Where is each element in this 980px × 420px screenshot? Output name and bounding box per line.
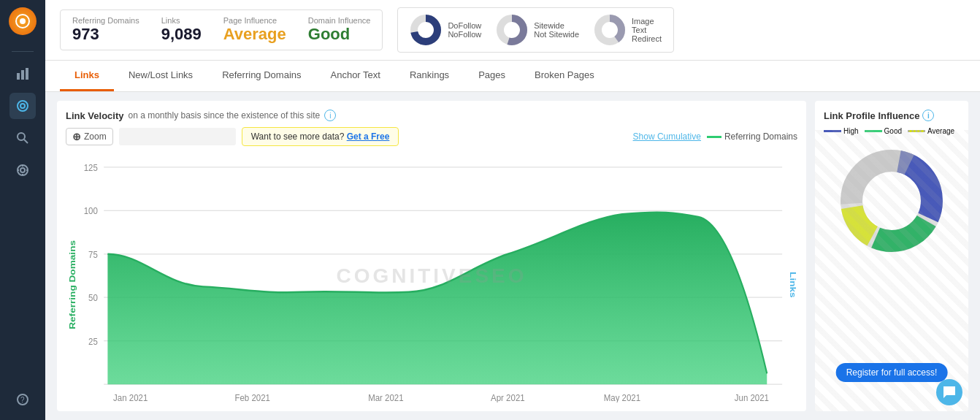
svg-text:Jan 2021: Jan 2021: [113, 392, 148, 402]
links-stat: Links 9,089: [161, 16, 202, 44]
svg-line-8: [24, 140, 28, 143]
text-label: Text: [632, 26, 662, 34]
tab-new-lost-links[interactable]: New/Lost Links: [114, 61, 207, 91]
svg-text:50: 50: [88, 292, 98, 303]
svg-rect-3: [21, 70, 24, 80]
content-area: Link Velocity on a monthly basis since t…: [45, 92, 980, 420]
image-labels: Image Text Redirect: [632, 17, 662, 43]
sitewide-chart: [496, 14, 528, 46]
svg-text:Jun 2021: Jun 2021: [735, 392, 769, 402]
tab-pages[interactable]: Pages: [464, 61, 520, 91]
svg-text:25: 25: [88, 336, 98, 347]
legend-good: Good: [865, 127, 902, 135]
svg-point-6: [20, 104, 25, 108]
svg-text:100: 100: [84, 205, 98, 216]
svg-point-5: [18, 101, 28, 111]
sidebar-item-help[interactable]: ?: [9, 386, 36, 413]
metrics-group: Referring Domains 973 Links 9,089 Page I…: [60, 9, 383, 50]
sidebar: ?: [0, 0, 45, 420]
image-donut: Image Text Redirect: [594, 14, 662, 46]
svg-text:Apr 2021: Apr 2021: [491, 392, 525, 402]
svg-text:?: ?: [20, 396, 25, 404]
redirect-label: Redirect: [632, 34, 662, 43]
links-value: 9,089: [161, 25, 202, 44]
tab-anchor-text[interactable]: Anchor Text: [316, 61, 395, 91]
chart-header: Link Velocity on a monthly basis since t…: [66, 110, 797, 121]
svg-point-10: [20, 168, 25, 172]
good-line: [865, 130, 882, 132]
page-influence-stat: Page Influence Average: [223, 16, 286, 44]
right-panel: Link Profile Influence i High Good Avera…: [815, 101, 968, 411]
svg-text:Links: Links: [788, 272, 797, 298]
right-panel-title-text: Link Profile Influence: [824, 110, 919, 121]
sidebar-bottom: ?: [9, 386, 36, 413]
zoom-button[interactable]: ⊕ Zoom: [66, 128, 113, 145]
svg-text:125: 125: [84, 162, 98, 173]
register-button[interactable]: Register for full access!: [836, 363, 948, 382]
tab-referring-domains[interactable]: Referring Domains: [207, 61, 315, 91]
svg-rect-4: [26, 68, 28, 80]
legend-high: High: [824, 127, 859, 135]
sidebar-item-barchart[interactable]: [9, 61, 36, 87]
referring-domains-value: 973: [72, 25, 139, 44]
donut-group: DoFollow NoFollow Sitewide Not Sitewide: [397, 7, 674, 53]
dofollow-chart: [410, 14, 442, 46]
sidebar-item-search[interactable]: [9, 125, 36, 151]
sitewide-label: Sitewide: [534, 21, 579, 30]
right-panel-info-icon[interactable]: i: [922, 110, 934, 121]
avg-label: Average: [927, 127, 954, 135]
svg-text:Mar 2021: Mar 2021: [368, 392, 403, 402]
svg-text:Feb 2021: Feb 2021: [234, 392, 269, 402]
dofollow-labels: DoFollow NoFollow: [448, 21, 481, 39]
referring-domains-stat: Referring Domains 973: [72, 16, 139, 44]
tab-rankings[interactable]: Rankings: [395, 61, 464, 91]
show-cumulative-button[interactable]: Show Cumulative: [633, 131, 701, 142]
image-chart: [594, 14, 626, 46]
referring-domains-label: Referring Domains: [72, 16, 139, 25]
tab-broken-pages[interactable]: Broken Pages: [520, 61, 609, 91]
svg-text:May 2021: May 2021: [604, 392, 640, 402]
links-label: Links: [161, 16, 202, 25]
nav-tabs: Links New/Lost Links Referring Domains A…: [45, 61, 980, 92]
tab-links[interactable]: Links: [60, 61, 114, 91]
chat-bubble-button[interactable]: [936, 379, 962, 405]
chart-subtitle: on a monthly basis since the existence o…: [128, 110, 320, 121]
good-label: Good: [884, 127, 902, 135]
chart-area: [107, 213, 767, 385]
domain-influence-value: Good: [308, 25, 371, 44]
svg-text:Referring Domains: Referring Domains: [68, 240, 77, 329]
sidebar-item-links[interactable]: [9, 93, 36, 119]
sitewide-donut: Sitewide Not Sitewide: [496, 14, 579, 46]
dofollow-donut: DoFollow NoFollow: [410, 14, 481, 46]
url-input-blurred: [119, 128, 236, 145]
promo-cta[interactable]: Get a Free: [347, 131, 390, 142]
main-content: Referring Domains 973 Links 9,089 Page I…: [45, 0, 980, 420]
promo-banner: Want to see more data? Get a Free: [242, 127, 399, 146]
domain-influence-stat: Domain Influence Good: [308, 16, 371, 44]
not-sitewide-label: Not Sitewide: [534, 30, 579, 39]
app-logo[interactable]: [9, 7, 37, 35]
dofollow-label: DoFollow: [448, 21, 481, 30]
sitewide-labels: Sitewide Not Sitewide: [534, 21, 579, 39]
svg-point-9: [18, 165, 28, 175]
chart-title: Link Velocity: [66, 110, 123, 121]
nofollow-label: NoFollow: [448, 30, 481, 39]
zoom-plus-icon: ⊕: [72, 131, 81, 142]
chart-info-icon[interactable]: i: [324, 110, 336, 121]
chart-svg: 125 100 75 50 25 Jan 2021 Feb 2021 Mar 2…: [66, 149, 797, 402]
legend-item-referring-domains: Referring Domains: [707, 131, 797, 142]
high-line: [824, 130, 841, 132]
promo-text: Want to see more data?: [251, 131, 345, 142]
stats-bar: Referring Domains 973 Links 9,089 Page I…: [45, 0, 980, 61]
svg-text:75: 75: [88, 249, 98, 260]
svg-rect-2: [17, 73, 20, 80]
zoom-label: Zoom: [84, 131, 107, 142]
chart-section: Link Velocity on a monthly basis since t…: [57, 101, 806, 411]
chart-wrapper: COGNITIVESEO 125 100 75 50 25: [66, 149, 797, 402]
sidebar-item-target[interactable]: [9, 157, 36, 183]
image-label: Image: [632, 17, 662, 26]
legend-label: Referring Domains: [724, 131, 797, 142]
controls-row: ⊕ Zoom Want to see more data? Get a Free…: [66, 127, 797, 146]
high-label: High: [843, 127, 859, 135]
svg-point-1: [20, 18, 26, 24]
